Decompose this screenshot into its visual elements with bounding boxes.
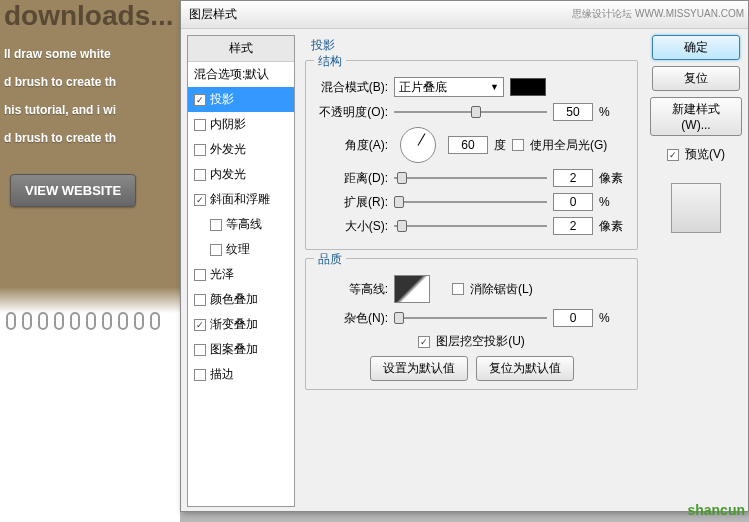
opacity-input[interactable]: 50: [553, 103, 593, 121]
bg-line: his tutorial, and i wi: [4, 96, 176, 124]
cancel-button[interactable]: 复位: [652, 66, 740, 91]
checkbox-icon[interactable]: [194, 144, 206, 156]
view-website-button[interactable]: VIEW WEBSITE: [10, 174, 136, 207]
unit-degree: 度: [494, 137, 506, 154]
preview-label: 预览(V): [685, 146, 725, 163]
size-label: 大小(S):: [316, 218, 388, 235]
unit-px: 像素: [599, 170, 627, 187]
checkbox-icon[interactable]: [210, 219, 222, 231]
ok-button[interactable]: 确定: [652, 35, 740, 60]
contour-picker[interactable]: [394, 275, 430, 303]
watermark-logo: shancun: [687, 502, 745, 518]
knockout-label: 图层挖空投影(U): [436, 333, 525, 350]
styles-list: 样式 混合选项:默认 投影 内阴影 外发光 内发光 斜面和浮雕 等高线 纹理 光…: [187, 35, 295, 507]
noise-label: 杂色(N):: [316, 310, 388, 327]
global-light-checkbox[interactable]: [512, 139, 524, 151]
contour-label: 等高线:: [316, 281, 388, 298]
checkbox-icon[interactable]: [194, 269, 206, 281]
structure-legend: 结构: [314, 53, 346, 70]
chevron-down-icon: ▼: [490, 82, 499, 92]
checkbox-icon[interactable]: [194, 194, 206, 206]
reset-default-button[interactable]: 复位为默认值: [476, 356, 574, 381]
checkbox-icon[interactable]: [194, 319, 206, 331]
antialias-checkbox[interactable]: [452, 283, 464, 295]
angle-label: 角度(A):: [316, 137, 388, 154]
spread-slider[interactable]: [394, 194, 547, 210]
style-gradient-overlay[interactable]: 渐变叠加: [188, 312, 294, 337]
unit-percent: %: [599, 311, 627, 325]
quality-legend: 品质: [314, 251, 346, 268]
main-settings-pane: 投影 结构 混合模式(B): 正片叠底▼ 不透明度(O): 50 % 角度(A)…: [295, 29, 644, 513]
bg-line: d brush to create th: [4, 124, 176, 152]
spread-input[interactable]: 0: [553, 193, 593, 211]
checkbox-icon[interactable]: [194, 169, 206, 181]
style-inner-shadow[interactable]: 内阴影: [188, 112, 294, 137]
styles-header[interactable]: 样式: [188, 36, 294, 62]
distance-input[interactable]: 2: [553, 169, 593, 187]
background-mockup: downloads... ll draw some white d brush …: [0, 0, 180, 522]
unit-px: 像素: [599, 218, 627, 235]
preview-swatch: [671, 183, 721, 233]
style-texture-sub[interactable]: 纹理: [188, 237, 294, 262]
angle-dial[interactable]: [400, 127, 436, 163]
opacity-label: 不透明度(O):: [316, 104, 388, 121]
size-slider[interactable]: [394, 218, 547, 234]
style-satin[interactable]: 光泽: [188, 262, 294, 287]
panel-title: 投影: [311, 37, 638, 54]
checkbox-icon[interactable]: [194, 369, 206, 381]
noise-slider[interactable]: [394, 310, 547, 326]
dialog-buttons-pane: 确定 复位 新建样式(W)... 预览(V): [644, 29, 748, 513]
angle-input[interactable]: 60: [448, 136, 488, 154]
unit-percent: %: [599, 195, 627, 209]
size-input[interactable]: 2: [553, 217, 593, 235]
distance-label: 距离(D):: [316, 170, 388, 187]
unit-percent: %: [599, 105, 627, 119]
spiral-rings: [0, 312, 180, 332]
layer-style-dialog: 图层样式 思缘设计论坛 WWW.MISSYUAN.COM 样式 混合选项:默认 …: [180, 0, 749, 512]
checkbox-icon[interactable]: [210, 244, 222, 256]
quality-fieldset: 品质 等高线: 消除锯齿(L) 杂色(N): 0 % 图层挖空投影(U): [305, 258, 638, 390]
checkbox-icon[interactable]: [194, 94, 206, 106]
set-default-button[interactable]: 设置为默认值: [370, 356, 468, 381]
global-light-label: 使用全局光(G): [530, 137, 607, 154]
blending-options-item[interactable]: 混合选项:默认: [188, 62, 294, 87]
checkbox-icon[interactable]: [194, 294, 206, 306]
bg-line: d brush to create th: [4, 68, 176, 96]
blend-mode-combo[interactable]: 正片叠底▼: [394, 77, 504, 97]
opacity-slider[interactable]: [394, 104, 547, 120]
watermark-text: 思缘设计论坛 WWW.MISSYUAN.COM: [572, 7, 744, 21]
blend-mode-label: 混合模式(B):: [316, 79, 388, 96]
bg-text: ll draw some white d brush to create th …: [0, 32, 180, 160]
preview-checkbox[interactable]: [667, 149, 679, 161]
checkbox-icon[interactable]: [194, 344, 206, 356]
checkbox-icon[interactable]: [194, 119, 206, 131]
distance-slider[interactable]: [394, 170, 547, 186]
style-stroke[interactable]: 描边: [188, 362, 294, 387]
style-inner-glow[interactable]: 内发光: [188, 162, 294, 187]
antialias-label: 消除锯齿(L): [470, 281, 533, 298]
knockout-checkbox[interactable]: [418, 336, 430, 348]
style-contour-sub[interactable]: 等高线: [188, 212, 294, 237]
style-color-overlay[interactable]: 颜色叠加: [188, 287, 294, 312]
spread-label: 扩展(R):: [316, 194, 388, 211]
bg-title: downloads...: [0, 0, 180, 32]
bg-line: ll draw some white: [4, 40, 176, 68]
structure-fieldset: 结构 混合模式(B): 正片叠底▼ 不透明度(O): 50 % 角度(A): 6…: [305, 60, 638, 250]
style-outer-glow[interactable]: 外发光: [188, 137, 294, 162]
dialog-title: 图层样式: [189, 6, 237, 23]
style-bevel[interactable]: 斜面和浮雕: [188, 187, 294, 212]
new-style-button[interactable]: 新建样式(W)...: [650, 97, 742, 136]
dialog-titlebar: 图层样式 思缘设计论坛 WWW.MISSYUAN.COM: [181, 1, 748, 29]
style-drop-shadow[interactable]: 投影: [188, 87, 294, 112]
style-pattern-overlay[interactable]: 图案叠加: [188, 337, 294, 362]
color-swatch[interactable]: [510, 78, 546, 96]
noise-input[interactable]: 0: [553, 309, 593, 327]
